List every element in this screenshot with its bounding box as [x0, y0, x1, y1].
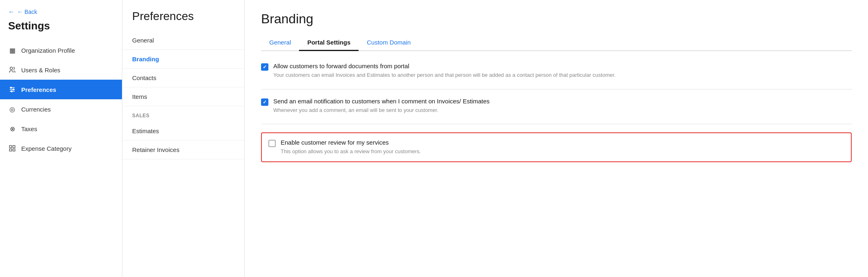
- taxes-icon: ⊗: [8, 125, 16, 133]
- tab-general[interactable]: General: [261, 35, 299, 51]
- sidebar-item-organization-profile[interactable]: ▦ Organization Profile: [0, 40, 122, 60]
- tab-portal-settings[interactable]: Portal Settings: [299, 35, 359, 51]
- setting-email-label: Send an email notification to customers …: [273, 98, 852, 105]
- users-roles-icon: [8, 66, 16, 74]
- setting-forward-description: Your customers can email Invoices and Es…: [273, 71, 852, 79]
- setting-email-notification: ✓ Send an email notification to customer…: [261, 98, 852, 114]
- back-arrow-icon: ←: [8, 8, 15, 16]
- svg-point-0: [10, 67, 13, 69]
- back-link[interactable]: ← ← Back: [0, 8, 122, 20]
- back-label: ← Back: [17, 9, 37, 15]
- setting-forward-documents: ✓ Allow customers to forward documents f…: [261, 63, 852, 79]
- setting-review-description: This option allows you to ask a review f…: [281, 147, 844, 156]
- middle-nav-general[interactable]: General: [122, 31, 244, 50]
- sidebar-item-expense-category[interactable]: Expense Category: [0, 138, 122, 158]
- middle-nav-estimates[interactable]: Estimates: [122, 122, 244, 141]
- svg-rect-10: [13, 149, 15, 151]
- settings-title: Settings: [0, 20, 122, 40]
- svg-point-5: [13, 89, 14, 90]
- checkbox-customer-review[interactable]: [268, 140, 276, 147]
- preferences-icon: [8, 85, 16, 94]
- checkbox-email-notification[interactable]: ✓: [261, 98, 268, 106]
- tabs: General Portal Settings Custom Domain: [261, 35, 852, 51]
- middle-section-sales-label: SALES: [122, 106, 244, 122]
- currencies-icon: ◎: [8, 105, 16, 113]
- middle-nav-contacts[interactable]: Contacts: [122, 69, 244, 87]
- middle-title: Preferences: [122, 10, 244, 31]
- left-sidebar: ← ← Back Settings ▦ Organization Profile…: [0, 0, 122, 277]
- svg-rect-7: [9, 145, 11, 147]
- svg-rect-9: [9, 149, 11, 151]
- sidebar-item-users-roles[interactable]: Users & Roles: [0, 60, 122, 80]
- divider-1: [261, 89, 852, 89]
- content-title: Branding: [261, 11, 852, 27]
- middle-column: Preferences General Branding Contacts It…: [122, 0, 245, 277]
- middle-nav-branding[interactable]: Branding: [122, 50, 244, 69]
- sidebar-item-label: Preferences: [21, 86, 56, 93]
- svg-point-6: [11, 91, 12, 92]
- divider-2: [261, 124, 852, 124]
- setting-email-description: Whenever you add a comment, an email wil…: [273, 106, 852, 114]
- svg-rect-8: [13, 145, 15, 147]
- sidebar-item-label: Users & Roles: [21, 67, 60, 74]
- setting-forward-label: Allow customers to forward documents fro…: [273, 63, 852, 69]
- sidebar-item-taxes[interactable]: ⊗ Taxes: [0, 119, 122, 138]
- sidebar-item-label: Taxes: [21, 125, 37, 132]
- right-content: Branding General Portal Settings Custom …: [245, 0, 868, 277]
- organization-profile-icon: ▦: [8, 46, 16, 54]
- setting-review-label: Enable customer review for my services: [281, 139, 844, 146]
- middle-nav-items[interactable]: Items: [122, 87, 244, 106]
- sidebar-item-preferences[interactable]: Preferences: [0, 80, 122, 99]
- svg-point-4: [11, 87, 12, 88]
- tab-custom-domain[interactable]: Custom Domain: [359, 35, 419, 51]
- sidebar-item-label: Expense Category: [21, 145, 71, 152]
- middle-nav-retainer-invoices[interactable]: Retainer Invoices: [122, 141, 244, 159]
- sidebar-item-label: Currencies: [21, 106, 51, 113]
- checkbox-forward-documents[interactable]: ✓: [261, 63, 268, 71]
- sidebar-item-label: Organization Profile: [21, 47, 75, 54]
- sidebar-item-currencies[interactable]: ◎ Currencies: [0, 99, 122, 119]
- expense-category-icon: [8, 144, 16, 152]
- setting-customer-review: Enable customer review for my services T…: [261, 132, 852, 162]
